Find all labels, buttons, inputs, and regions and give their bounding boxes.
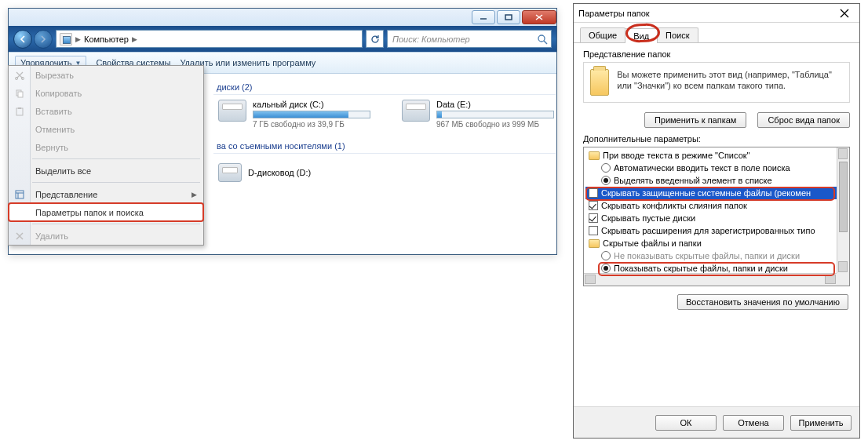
checkbox-icon[interactable] [589,201,598,210]
search-icon [537,34,548,45]
svg-rect-1 [505,15,512,20]
submenu-arrow-icon: ▶ [191,191,197,198]
folder-view-text: Вы можете применить этот вид (например, … [617,69,843,91]
dvd-icon [218,163,242,182]
folder-view-group-label: Представление папок [583,49,850,59]
radio-icon[interactable] [601,251,611,260]
tree-node[interactable]: Скрытые файлы и папки [585,237,848,249]
search-placeholder: Поиск: Компьютер [392,35,470,44]
drive-free: 7 ГБ свободно из 39,9 ГБ [253,120,370,129]
menu-layout[interactable]: Представление▶ [9,185,203,203]
forward-button[interactable] [34,30,53,49]
radio-icon[interactable] [601,264,611,273]
folder-icon [589,151,600,160]
tree-node-hide-protected[interactable]: Скрывать защищенные системные файлы (рек… [585,187,848,199]
refresh-button[interactable] [366,30,384,48]
checkbox-icon[interactable] [589,188,598,198]
checkbox-icon[interactable] [589,213,598,223]
folder-view-group: Вы можете применить этот вид (например, … [583,62,850,103]
restore-defaults-button[interactable]: Восстановить значения по умолчанию [677,294,848,310]
svg-rect-11 [18,107,21,109]
folder-icon [589,239,600,248]
scroll-thumb[interactable] [839,162,848,232]
advanced-label: Дополнительные параметры: [583,134,850,144]
tab-bar: Общие Вид Поиск [574,23,859,43]
search-input[interactable]: Поиск: Компьютер [387,30,552,48]
paste-icon [13,105,26,118]
menu-paste[interactable]: Вставить [9,102,203,120]
delete-icon [13,230,26,242]
menu-undo[interactable]: Отменить [9,120,203,138]
folder-icon [590,69,609,96]
drive-icon [402,100,430,122]
tree-node[interactable]: При вводе текста в режиме "Список" [585,149,848,162]
menu-copy[interactable]: Копировать [9,84,203,102]
tree-node[interactable]: Автоматически вводить текст в поле поиск… [585,162,848,174]
close-button[interactable] [834,6,855,20]
tree-node[interactable]: Скрывать пустые диски [585,212,848,224]
scroll-up-icon[interactable] [838,148,848,159]
cancel-button[interactable]: Отмена [723,415,784,431]
menu-cut[interactable]: Вырезать [9,66,203,84]
menu-redo[interactable]: Вернуть [9,138,203,156]
dialog-footer: ОК Отмена Применить [574,406,859,438]
organize-menu: Вырезать Копировать Вставить Отменить Ве… [8,65,204,246]
scrollbar-vertical[interactable] [837,147,849,273]
drive-name: D-дисковод (D:) [248,168,311,177]
tab-general[interactable]: Общие [580,27,625,42]
apply-folders-button[interactable]: Применить к папкам [644,112,747,128]
group-hard-disks[interactable]: диски (2) [213,75,556,95]
layout-icon [13,188,26,201]
address-bar-row: ▶ Компьютер ▶ Поиск: Компьютер [9,26,556,52]
drive-usage-bar [253,111,370,118]
radio-icon[interactable] [601,176,611,185]
checkbox-icon[interactable] [589,226,598,235]
scroll-down-icon[interactable] [838,261,848,272]
tree-node[interactable]: Выделять введенный элемент в списке [585,174,848,187]
scroll-left-icon[interactable] [585,275,596,284]
dialog-title: Параметры папок [578,9,650,18]
scroll-right-icon[interactable] [825,275,836,284]
explorer-content: диски (2) кальный диск (C:) 7 ГБ свободн… [213,75,556,253]
advanced-tree[interactable]: При вводе текста в режиме "Список" Автом… [583,147,850,286]
group-removable[interactable]: ва со съемными носителями (1) [213,133,556,154]
minimize-button[interactable] [472,10,495,24]
back-button[interactable] [13,30,32,49]
svg-point-4 [538,35,545,42]
drive-usage-bar [436,111,554,118]
menu-delete[interactable]: Удалить [9,227,203,245]
radio-icon[interactable] [601,163,611,173]
tree-node[interactable]: Не показывать скрытые файлы, папки и дис… [585,249,848,262]
cut-icon [13,69,26,82]
tree-node[interactable]: Скрывать конфликты слияния папок [585,199,848,212]
folder-options-dialog: Параметры папок Общие Вид Поиск Представ… [573,3,860,439]
crumb-computer[interactable]: Компьютер [84,35,129,44]
drive-e[interactable]: Data (E:) 967 МБ свободно из 999 МБ [402,100,554,129]
copy-icon [13,87,26,100]
tab-search[interactable]: Поиск [657,27,698,42]
drive-dvd[interactable]: D-дисковод (D:) [213,158,556,182]
tree-node[interactable]: Скрывать расширения для зарегистрированн… [585,224,848,237]
close-button[interactable] [522,10,556,24]
svg-rect-10 [16,108,23,115]
tab-view[interactable]: Вид [625,28,658,43]
menu-select-all[interactable]: Выделить все [9,162,203,180]
scrollbar-horizontal[interactable] [584,273,837,286]
drive-name: Data (E:) [436,100,554,109]
drive-free: 967 МБ свободно из 999 МБ [436,120,554,129]
ok-button[interactable]: ОК [655,415,717,431]
drive-c[interactable]: кальный диск (C:) 7 ГБ свободно из 39,9 … [218,100,370,129]
svg-line-5 [544,41,547,44]
reset-folders-button[interactable]: Сброс вида папок [757,112,850,128]
menu-folder-options[interactable]: Параметры папок и поиска [9,203,203,221]
breadcrumb[interactable]: ▶ Компьютер ▶ [56,30,363,48]
drive-icon [218,100,246,122]
apply-button[interactable]: Применить [790,415,852,431]
chevron-right-icon: ▶ [75,35,81,43]
computer-icon [60,33,72,45]
chevron-right-icon: ▶ [132,35,137,43]
explorer-titlebar [9,9,556,26]
dialog-titlebar: Параметры папок [574,4,859,23]
drive-name: кальный диск (C:) [253,100,370,109]
maximize-button[interactable] [497,10,520,24]
